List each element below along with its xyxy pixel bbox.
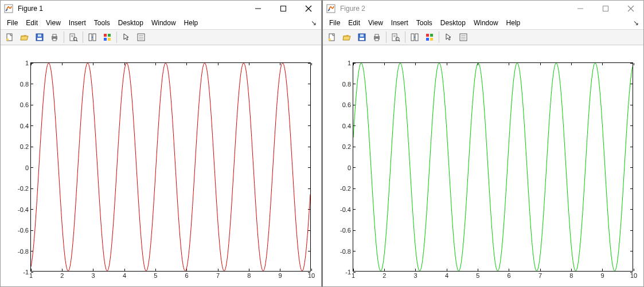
svg-rect-52 <box>426 38 429 41</box>
print-preview-icon <box>391 33 400 42</box>
pointer-button[interactable] <box>119 30 133 44</box>
toolbar-separator <box>64 32 64 43</box>
svg-rect-2 <box>281 6 286 11</box>
x-tick-label: 1 <box>352 271 355 279</box>
palette-icon <box>103 33 112 42</box>
menu-tools[interactable]: Tools <box>90 17 114 29</box>
link-icon <box>88 33 97 42</box>
x-tick-label: 4 <box>123 271 126 279</box>
dock-anchor-icon[interactable]: ↘ <box>631 19 641 27</box>
x-tick-label: 6 <box>508 271 511 279</box>
svg-rect-47 <box>411 34 414 41</box>
line-series <box>353 63 633 271</box>
x-tick-label: 3 <box>92 271 95 279</box>
plot-area[interactable]: -1-0.8-0.6-0.4-0.200.20.40.60.8112345678… <box>1 45 321 286</box>
menu-window[interactable]: Window <box>147 17 180 29</box>
svg-rect-37 <box>360 38 364 40</box>
print-icon <box>372 33 381 42</box>
svg-rect-21 <box>104 34 107 37</box>
menu-insert[interactable]: Insert <box>387 17 412 29</box>
save-button[interactable] <box>355 30 369 44</box>
print-button[interactable] <box>370 30 384 44</box>
axes[interactable]: -1-0.8-0.6-0.4-0.200.20.40.60.8112345678… <box>353 62 633 272</box>
menubar: FileEditViewInsertToolsDesktopWindowHelp… <box>323 17 643 30</box>
figure-window: Figure 2FileEditViewInsertToolsDesktopWi… <box>322 0 644 287</box>
plot-area[interactable]: -1-0.8-0.6-0.4-0.200.20.40.60.8112345678… <box>323 45 643 286</box>
toolbar-separator <box>83 32 83 43</box>
print-preview-button[interactable] <box>389 30 403 44</box>
link-button[interactable] <box>408 30 421 44</box>
x-tick-label: 10 <box>630 271 637 279</box>
svg-line-17 <box>76 40 77 41</box>
new-button[interactable] <box>3 30 17 44</box>
pointer-button[interactable] <box>442 30 455 44</box>
link-button[interactable] <box>85 30 99 44</box>
dock-anchor-icon[interactable]: ↘ <box>309 19 319 27</box>
menu-window[interactable]: Window <box>470 17 502 29</box>
axes[interactable]: -1-0.8-0.6-0.4-0.200.20.40.60.8112345678… <box>30 62 311 272</box>
x-tick-label: 7 <box>216 271 220 279</box>
data-cursor-button[interactable] <box>456 30 470 44</box>
y-tick-label: 0.4 <box>9 123 31 129</box>
maximize-button[interactable] <box>271 1 296 17</box>
y-tick-label: -0.2 <box>331 185 353 192</box>
y-tick-label: 0.4 <box>331 123 353 129</box>
minimize-button[interactable] <box>568 1 593 17</box>
titlebar[interactable]: Figure 2 <box>323 1 643 17</box>
print-preview-button[interactable] <box>67 30 80 44</box>
menu-desktop[interactable]: Desktop <box>436 17 470 29</box>
maximize-button[interactable] <box>593 1 618 17</box>
pointer-icon <box>122 33 131 42</box>
minimize-button[interactable] <box>245 1 271 17</box>
x-tick-label: 8 <box>247 271 251 279</box>
svg-rect-38 <box>360 34 364 37</box>
svg-rect-50 <box>426 34 429 37</box>
menu-file[interactable]: File <box>3 17 22 29</box>
y-tick-label: -0.4 <box>9 206 31 213</box>
palette-button[interactable] <box>100 30 114 44</box>
link-icon <box>410 33 419 42</box>
data-cursor-icon <box>136 33 146 42</box>
menu-help[interactable]: Help <box>502 17 525 29</box>
menu-insert[interactable]: Insert <box>65 17 90 29</box>
x-tick-label: 5 <box>476 271 479 279</box>
data-cursor-button[interactable] <box>134 30 148 44</box>
close-button[interactable] <box>296 1 321 17</box>
menu-edit[interactable]: Edit <box>22 17 42 29</box>
open-button[interactable] <box>340 30 354 44</box>
svg-rect-22 <box>108 34 111 37</box>
x-tick-label: 9 <box>279 271 282 279</box>
titlebar[interactable]: Figure 1 <box>1 1 321 17</box>
matlab-icon <box>326 4 335 13</box>
x-tick-label: 3 <box>414 271 417 279</box>
svg-point-35 <box>329 38 331 41</box>
y-tick-label: 0.2 <box>9 143 31 150</box>
menu-tools[interactable]: Tools <box>412 17 436 29</box>
svg-rect-23 <box>104 38 107 41</box>
save-button[interactable] <box>33 30 46 44</box>
y-tick-label: 0.2 <box>331 143 353 150</box>
close-button[interactable] <box>618 1 643 17</box>
x-tick-label: 4 <box>445 271 448 279</box>
save-icon <box>357 33 366 42</box>
menu-desktop[interactable]: Desktop <box>114 17 147 29</box>
y-tick-label: 1 <box>9 60 31 66</box>
x-tick-label: 2 <box>383 271 386 279</box>
menu-edit[interactable]: Edit <box>344 17 364 29</box>
menu-view[interactable]: View <box>42 17 65 29</box>
toolbar-separator <box>116 32 117 43</box>
palette-button[interactable] <box>423 30 436 44</box>
print-button[interactable] <box>48 30 61 44</box>
line-series <box>31 63 310 271</box>
menu-file[interactable]: File <box>325 17 344 29</box>
open-button[interactable] <box>18 30 32 44</box>
new-button[interactable] <box>325 30 339 44</box>
menu-help[interactable]: Help <box>180 17 202 29</box>
y-tick-label: 0.6 <box>331 101 353 108</box>
data-cursor-icon <box>459 33 468 42</box>
y-tick-label: -0.2 <box>9 185 31 192</box>
figure-window: Figure 1FileEditViewInsertToolsDesktopWi… <box>0 0 322 287</box>
menu-view[interactable]: View <box>364 17 387 29</box>
new-icon <box>5 33 14 42</box>
svg-rect-29 <box>327 5 335 13</box>
